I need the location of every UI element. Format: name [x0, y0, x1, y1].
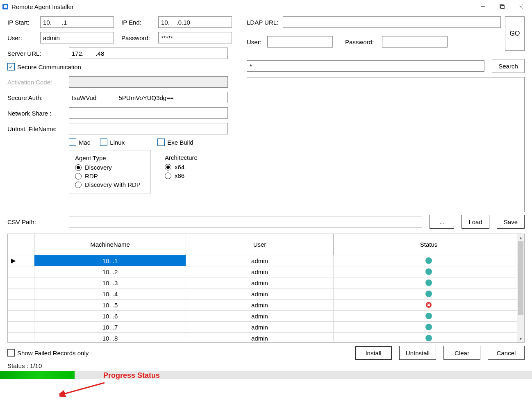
- csv-path-label: CSV Path:: [7, 218, 69, 225]
- show-failed-checkbox[interactable]: [7, 349, 15, 357]
- cell-user: admin: [186, 289, 334, 299]
- table-row[interactable]: 10. .8admin: [8, 333, 524, 343]
- csv-browse-button[interactable]: ...: [430, 215, 454, 229]
- machines-table: MachineName User Status ▶10. .1admin10. …: [7, 234, 525, 343]
- ldap-url-label: LDAP URL:: [247, 19, 283, 26]
- cell-status: [334, 266, 524, 277]
- status-ok-icon: [425, 257, 432, 264]
- ip-start-input[interactable]: [40, 16, 114, 28]
- ldap-user-input[interactable]: [267, 36, 333, 48]
- table-row[interactable]: 10. .4admin: [8, 289, 524, 300]
- status-ok-icon: [425, 268, 432, 275]
- arch-x86-radio[interactable]: [165, 173, 171, 179]
- svg-rect-4: [501, 5, 504, 9]
- cell-user: admin: [186, 266, 334, 277]
- cell-user: admin: [186, 322, 334, 332]
- table-row[interactable]: ▶10. .1admin: [8, 255, 524, 266]
- cell-status: [334, 277, 524, 288]
- svg-rect-1: [4, 5, 7, 8]
- ip-start-label: IP Start:: [7, 19, 40, 26]
- network-share-label: Network Share :: [7, 110, 69, 117]
- status-ok-icon: [425, 291, 432, 297]
- annotation-arrow-icon: [59, 382, 109, 398]
- uninst-filename-input[interactable]: [69, 123, 228, 134]
- table-row[interactable]: 10. .3admin: [8, 277, 524, 289]
- agent-type-discovery-rdp-radio[interactable]: [75, 182, 82, 188]
- activation-code-label: Activation Code:: [7, 79, 69, 86]
- cell-user: admin: [186, 311, 334, 321]
- password-input[interactable]: [158, 32, 232, 43]
- uninstall-button[interactable]: UnInstall: [399, 346, 436, 360]
- ip-end-input[interactable]: [158, 16, 232, 28]
- install-button[interactable]: Install: [355, 346, 392, 360]
- activation-code-input: [69, 76, 228, 88]
- status-ok-icon: [425, 324, 432, 330]
- titlebar: Remote Agent Installer: [0, 0, 532, 13]
- mac-checkbox[interactable]: [69, 139, 76, 146]
- user-input[interactable]: [40, 32, 114, 43]
- table-row[interactable]: 10. .5admin: [8, 300, 524, 311]
- go-button[interactable]: GO: [505, 16, 525, 51]
- scroll-thumb[interactable]: [518, 241, 523, 315]
- col-user-header[interactable]: User: [186, 234, 334, 255]
- status-error-icon: [425, 302, 432, 308]
- uninst-filename-label: UnInst. FileName:: [7, 125, 69, 132]
- search-input[interactable]: [247, 60, 484, 72]
- cell-status: [334, 311, 524, 321]
- cell-user: admin: [186, 277, 334, 288]
- clear-button[interactable]: Clear: [443, 346, 480, 360]
- ldap-url-input[interactable]: [283, 16, 501, 28]
- cell-status: [334, 333, 524, 343]
- arch-x64-radio[interactable]: [165, 164, 171, 170]
- search-results-box[interactable]: [247, 77, 525, 212]
- table-scrollbar[interactable]: ▲ ▼: [517, 234, 524, 342]
- cell-user: admin: [186, 333, 334, 343]
- col-status-header[interactable]: Status: [334, 234, 524, 255]
- cell-machine: 10. .4: [34, 289, 186, 299]
- secure-auth-label: Secure Auth:: [7, 94, 69, 101]
- minimize-button[interactable]: [474, 0, 493, 13]
- ip-end-label: IP End:: [121, 19, 158, 26]
- secure-auth-input[interactable]: [69, 92, 228, 103]
- server-url-input[interactable]: [69, 48, 228, 59]
- ldap-user-label: User:: [247, 39, 267, 45]
- search-button[interactable]: Search: [492, 59, 525, 73]
- maximize-button[interactable]: [493, 0, 512, 13]
- password-label: Password:: [121, 34, 158, 41]
- status-ok-icon: [425, 313, 432, 319]
- agent-type-discovery-radio[interactable]: [75, 164, 82, 171]
- col-machine-header[interactable]: MachineName: [34, 234, 186, 255]
- status-ok-icon: [425, 335, 432, 341]
- exe-build-checkbox[interactable]: [157, 139, 165, 146]
- secure-comm-label: Secure Communication: [17, 64, 81, 70]
- cell-machine: 10. .5: [34, 300, 186, 310]
- agent-type-rdp-radio[interactable]: [75, 173, 82, 179]
- linux-checkbox[interactable]: [100, 139, 107, 146]
- show-failed-label: Show Failed Records only: [17, 350, 89, 357]
- cell-user: admin: [186, 255, 334, 266]
- csv-path-input[interactable]: [69, 216, 422, 227]
- csv-load-button[interactable]: Load: [462, 215, 489, 229]
- cell-machine: 10. .7: [34, 322, 186, 332]
- network-share-input[interactable]: [69, 107, 228, 119]
- cell-status: [334, 322, 524, 332]
- cell-status: [334, 255, 524, 266]
- csv-save-button[interactable]: Save: [497, 215, 525, 229]
- cancel-button[interactable]: Cancel: [488, 346, 525, 360]
- secure-comm-checkbox[interactable]: [7, 63, 15, 70]
- table-row[interactable]: 10. .2admin: [8, 266, 524, 277]
- user-label: User:: [7, 34, 40, 41]
- cell-status: [334, 300, 524, 310]
- table-row[interactable]: 10. .7admin: [8, 322, 524, 333]
- ldap-password-label: Password:: [345, 39, 382, 45]
- linux-label: Linux: [110, 139, 125, 146]
- server-url-label: Server URL:: [7, 50, 69, 57]
- scroll-up-icon[interactable]: ▲: [517, 234, 524, 241]
- architecture-title: Architecture: [165, 154, 225, 161]
- scroll-down-icon[interactable]: ▼: [517, 335, 524, 342]
- row-selector-header: [8, 234, 19, 255]
- cell-user: admin: [186, 300, 334, 310]
- ldap-password-input[interactable]: [382, 36, 448, 48]
- close-button[interactable]: [512, 0, 530, 13]
- table-row[interactable]: 10. .6admin: [8, 311, 524, 322]
